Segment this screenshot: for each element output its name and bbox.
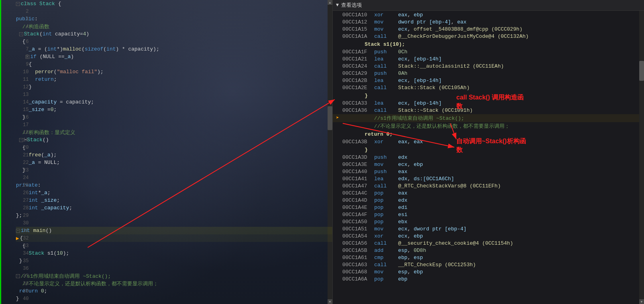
code-line: 18 //析构函数：显式定义 — [16, 129, 332, 136]
disasm-line: 00CC1A6A pop ebp — [333, 276, 644, 283]
code-line-main: 31 - int main () — [16, 227, 332, 234]
disasm-title: 查看选项 — [341, 2, 362, 9]
expand-arrow-icon[interactable]: ▼ — [336, 2, 339, 8]
disasm-line: 00CC1A21 lea ecx, [ebp-14h] — [333, 56, 644, 63]
disasm-header: ▼ 查看选项 — [333, 0, 644, 11]
code-line: 19 - ~ Stack () — [16, 136, 332, 144]
disasm-line: 00CC1A3D push edx — [333, 154, 644, 161]
code-line: 36 — [16, 265, 332, 272]
code-line: 29 }; — [16, 212, 332, 219]
disasm-panel[interactable]: ▼ 查看选项 00CC1A10 xor eax, ebp 00CC1A12 mo… — [333, 0, 644, 304]
disasm-line: 00CC1A33 lea ecx, [ebp-14h] — [333, 100, 644, 107]
code-line: 14 _capacity = capacity; — [16, 98, 332, 106]
code-line: 5 - Stack ( int capacity= 4 ) — [16, 30, 332, 38]
code-line: 32 ▶ { — [16, 234, 332, 242]
disasm-line: 00CC1A41 lea edx, ds:[0CC1A6Ch] — [333, 175, 644, 183]
code-editor: 1 - class Stack { 2 3 public : 4 //构造 — [0, 0, 332, 302]
disasm-line: 00CC1A3B xor eax, eax — [333, 138, 644, 146]
scrollbar-thumb[interactable] — [639, 61, 644, 81]
disasm-line: 00CC1A4D pop edx — [333, 197, 644, 204]
code-line: 1 - class Stack { — [16, 0, 332, 8]
code-line: 7 _a = ( int *) malloc ( sizeof ( int ) … — [16, 45, 332, 53]
code-line: 13 — [16, 91, 332, 98]
code-line: 11 return ; — [16, 76, 332, 83]
code-line: 16 } — [16, 113, 332, 121]
disasm-source-line: return 0; — [333, 130, 644, 138]
disasm-line: 00CC1A2B lea ecx, [ebp-14h] — [333, 77, 644, 84]
disasm-line: 00CC1A36 call Stack::~Stack (0CC1091h) — [333, 107, 644, 114]
code-line: 33 { — [16, 242, 332, 249]
code-line: 34 Stack s1( 10 ); — [16, 249, 332, 257]
code-line: 28 int _capacity ; — [16, 204, 332, 212]
disasm-source-arrow-line: ➤ //s1作用域结束自动调用 ~Stack(); — [333, 114, 644, 122]
code-line: 8 - if (NULL == _a ) — [16, 53, 332, 60]
disasm-line: 00CC1A29 push 0Ah — [333, 70, 644, 77]
code-line: 25 private : — [16, 181, 332, 189]
code-line: 30 — [16, 219, 332, 227]
disasm-line: 00CC1A56 call @__security_check_cookie@4… — [333, 240, 644, 247]
disasm-line: 00CC1A68 mov esp, ebp — [333, 269, 644, 276]
disasm-line: 00CC1A61 cmp ebp, esp — [333, 254, 644, 261]
code-line: 21 free ( _a ); — [16, 151, 332, 159]
disasm-line: 00CC1A12 mov dword ptr [ebp-4], eax — [333, 19, 644, 26]
disasm-line: 00CC1A1F push 0Ch — [333, 49, 644, 56]
code-line: 2 — [16, 8, 332, 15]
disasm-source-line: } — [333, 92, 644, 100]
code-line: 17 — [16, 121, 332, 129]
code-panel: 1 - class Stack { 2 3 public : 4 //构造 — [0, 0, 333, 304]
disasm-line: 00CC1A50 pop ebx — [333, 218, 644, 226]
disasm-line: 00CC1A10 xor eax, ebp — [333, 12, 644, 19]
code-line: 40 } — [16, 295, 332, 302]
disasm-source-line: Stack s1(10); — [333, 40, 644, 49]
code-line: 26 int * _a ; — [16, 189, 332, 197]
disasm-line: 00CC1A4E pop edi — [333, 204, 644, 211]
disasm-line: 00CC1A5B add esp, 0D8h — [333, 247, 644, 254]
disasm-line: 00CC1A54 xor ecx, ebp — [333, 233, 644, 240]
code-line: 35 } — [16, 257, 332, 265]
code-line: 39 return 0 ; — [16, 287, 332, 295]
code-line: 10 perror ( "malloc fail" ); — [16, 68, 332, 76]
right-scrollbar[interactable]: ▲ ▼ — [639, 0, 644, 304]
disasm-content: 00CC1A10 xor eax, ebp 00CC1A12 mov dword… — [333, 11, 644, 284]
green-indicator-bar — [0, 0, 1, 304]
code-line: 24 — [16, 174, 332, 181]
disasm-comment-line: //不论显示定义，还是默认析构函数，都不需要显示调用； — [333, 122, 644, 130]
code-line: 4 //构造函数 — [16, 23, 332, 30]
code-line: 20 { — [16, 144, 332, 151]
main-container: 1 - class Stack { 2 3 public : 4 //构造 — [0, 0, 644, 304]
disasm-line: 00CC1A47 call @_RTC_CheckStackVars@8 (0C… — [333, 183, 644, 190]
code-line: 3 public : — [16, 15, 332, 23]
disasm-line: 00CC1A2E call Stack::Stack (0CC105Ah) — [333, 84, 644, 92]
disasm-line: 00CC1A15 mov ecx, offset _54803B88_dmf@c… — [333, 26, 644, 33]
code-line: 23 } — [16, 166, 332, 174]
code-line: 22 _a = NULL; — [16, 159, 332, 166]
code-line: 9 { — [16, 60, 332, 68]
disasm-line: 00CC1A4C pop eax — [333, 190, 644, 197]
disasm-line: 00CC1A1A call @__CheckForDebuggerJustMyC… — [333, 33, 644, 40]
code-line: 27 int _size ; — [16, 197, 332, 204]
disasm-source-line: } — [333, 146, 644, 154]
disasm-line: 00CC1A3E mov ecx, ebp — [333, 161, 644, 168]
disasm-line: 00CC1A4F pop esi — [333, 211, 644, 218]
code-line: 6 { — [16, 38, 332, 45]
code-line: 12 } — [16, 83, 332, 91]
code-line: 38 //不论显示定义，还是默认析构函数，都不需要显示调用； — [16, 280, 332, 287]
code-line: 15 _size = 0 ; — [16, 106, 332, 113]
source-arrow-icon: ➤ — [336, 115, 342, 121]
disasm-line: 00CC1A40 push eax — [333, 168, 644, 175]
scroll-down-btn[interactable]: ▼ — [639, 299, 644, 304]
code-line: 37 - //s1作用域结束自动调用 ~Stack(); — [16, 272, 332, 280]
disasm-line: 00CC1A63 call __RTC_CheckEsp (0CC1253h) — [333, 261, 644, 269]
disasm-line: 00CC1A24 call Stack::__autoclassinit2 (0… — [333, 63, 644, 70]
disasm-line: 00CC1A51 mov ecx, dword ptr [ebp-4] — [333, 226, 644, 233]
